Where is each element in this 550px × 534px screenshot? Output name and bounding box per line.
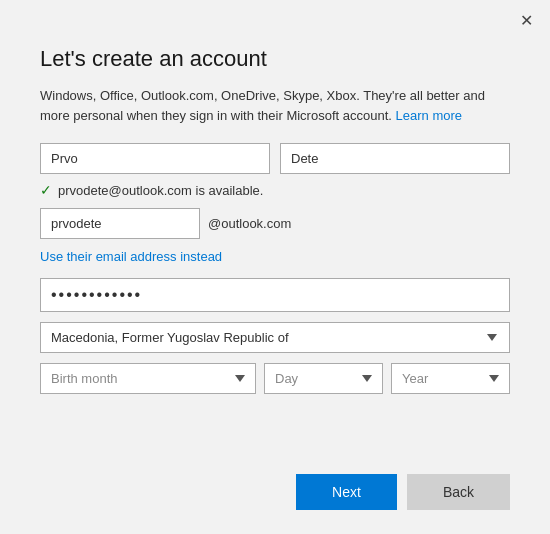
check-icon: ✓ [40,182,52,198]
first-name-input[interactable] [40,143,270,174]
use-email-link[interactable]: Use their email address instead [40,249,510,264]
dialog: ✕ Let's create an account Windows, Offic… [0,0,550,534]
description-text: Windows, Office, Outlook.com, OneDrive, … [40,86,510,125]
password-input[interactable] [40,278,510,312]
email-input[interactable] [40,208,200,239]
back-button[interactable]: Back [407,474,510,510]
birth-month-select[interactable]: Birth month January February March April… [40,363,256,394]
dob-row: Birth month January February March April… [40,363,510,394]
country-select[interactable]: Macedonia, Former Yugoslav Republic of U… [40,322,510,353]
last-name-input[interactable] [280,143,510,174]
page-title: Let's create an account [40,46,510,72]
availability-text: prvodete@outlook.com is available. [58,183,263,198]
next-button[interactable]: Next [296,474,397,510]
email-row: @outlook.com [40,208,510,239]
title-bar: ✕ [0,0,550,36]
learn-more-link[interactable]: Learn more [396,108,462,123]
name-row [40,143,510,174]
birth-day-select[interactable]: Day 1 2 3 4 5 [264,363,383,394]
availability-row: ✓ prvodete@outlook.com is available. [40,182,510,198]
birth-year-select[interactable]: Year 2000 2001 2002 2003 [391,363,510,394]
email-domain: @outlook.com [200,216,291,231]
close-button[interactable]: ✕ [514,8,538,32]
content-area: Let's create an account Windows, Office,… [0,36,550,458]
footer: Next Back [0,458,550,534]
